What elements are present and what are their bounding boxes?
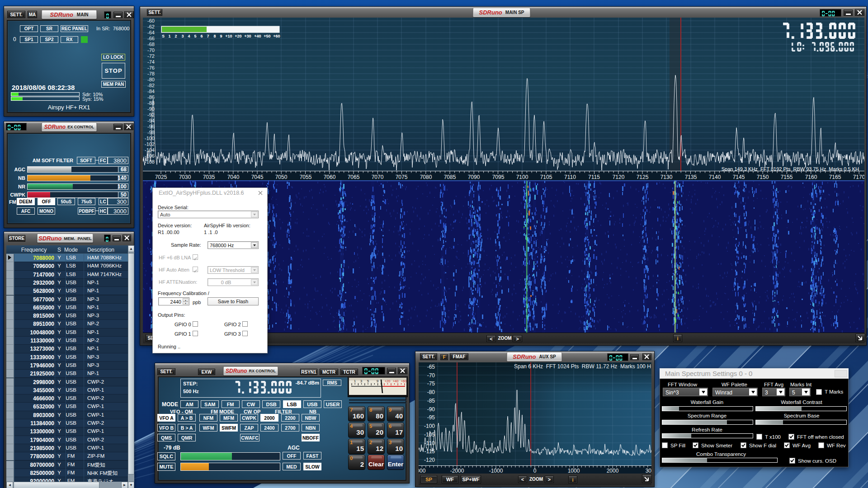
svg-text:7115: 7115: [588, 174, 600, 180]
svg-text:+20: +20: [235, 34, 241, 38]
svg-text:7: 7: [207, 34, 209, 38]
svg-text:7025: 7025: [155, 174, 167, 180]
svg-text:-2000: -2000: [450, 468, 464, 474]
svg-text:7075: 7075: [396, 174, 408, 180]
svg-text:6: 6: [200, 34, 203, 38]
svg-text:7160: 7160: [805, 174, 817, 180]
svg-text:7100: 7100: [516, 174, 528, 180]
svg-text:2000: 2000: [607, 468, 619, 474]
svg-text:4: 4: [188, 34, 190, 38]
svg-text:7035: 7035: [203, 174, 215, 180]
svg-text:+40: +40: [254, 34, 261, 38]
svg-text:Span 6 KHz FFT 1024 Pts RBW: Span 6 KHz FFT 1024 Pts RBW 11.72 Hz Mar…: [514, 363, 651, 370]
svg-text:+60: +60: [401, 379, 406, 383]
svg-text:7150: 7150: [757, 174, 769, 180]
svg-text:7170: 7170: [853, 174, 864, 180]
svg-text:7110: 7110: [564, 174, 576, 180]
svg-text:9: 9: [377, 379, 379, 383]
svg-text:7105: 7105: [540, 174, 552, 180]
svg-text:3000: 3000: [646, 468, 651, 474]
svg-text:-3000: -3000: [419, 468, 426, 474]
svg-text:+60: +60: [273, 34, 280, 38]
svg-text:5: 5: [367, 379, 369, 383]
svg-text:-1000: -1000: [489, 468, 503, 474]
svg-text:7080: 7080: [420, 174, 432, 180]
svg-text:1: 1: [354, 379, 356, 383]
svg-text:8: 8: [213, 34, 216, 38]
svg-text:3: 3: [360, 379, 363, 383]
svg-text:7095: 7095: [492, 174, 505, 180]
svg-text:7140: 7140: [709, 174, 721, 180]
svg-text:9: 9: [220, 34, 222, 38]
svg-text:+50: +50: [264, 34, 270, 38]
svg-text:7045: 7045: [251, 174, 264, 180]
svg-text:7050: 7050: [275, 174, 288, 180]
svg-text:7165: 7165: [829, 174, 841, 180]
svg-text:3: 3: [181, 34, 184, 38]
svg-text:7030: 7030: [179, 174, 191, 180]
svg-text:7055: 7055: [300, 174, 312, 180]
svg-text:7125: 7125: [637, 174, 649, 180]
svg-text:S: S: [162, 34, 165, 38]
svg-text:7120: 7120: [613, 174, 625, 180]
svg-text:7130: 7130: [660, 174, 673, 180]
svg-text:+10: +10: [225, 34, 232, 38]
svg-text:7060: 7060: [324, 174, 336, 180]
svg-text:5: 5: [194, 34, 196, 38]
svg-text:7085: 7085: [444, 174, 456, 180]
svg-text:7135: 7135: [685, 174, 697, 180]
svg-text:7090: 7090: [468, 174, 480, 180]
svg-text:7070: 7070: [372, 174, 384, 180]
svg-text:1000: 1000: [568, 468, 580, 474]
svg-text:7040: 7040: [227, 174, 240, 180]
svg-text:+40: +40: [393, 379, 399, 383]
svg-text:1: 1: [168, 34, 170, 38]
svg-text:7155: 7155: [781, 174, 793, 180]
svg-text:+20: +20: [385, 379, 391, 383]
svg-text:2: 2: [175, 34, 177, 38]
svg-text:0: 0: [533, 468, 537, 474]
svg-text:+30: +30: [244, 34, 251, 38]
svg-text:7065: 7065: [348, 174, 360, 180]
svg-text:7145: 7145: [733, 174, 745, 180]
